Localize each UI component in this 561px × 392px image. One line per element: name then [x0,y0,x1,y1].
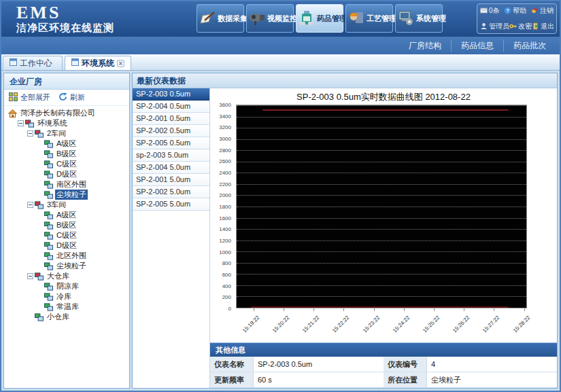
tree-panel: 企业厂房 全部展开 刷新 菏泽步长制药有限公司环境系统2车间A级区B级区C级区D… [3,73,130,389]
tree-item-label[interactable]: C级区 [55,230,78,240]
tree-item-label[interactable]: D级区 [55,169,78,179]
user-panel-messages[interactable]: 0条 [480,6,500,16]
expand-all-button[interactable]: 全部展开 [9,92,50,103]
instrument-list-item[interactable]: SP-2-005 5.0um [133,198,209,211]
nav-button-drug-management[interactable]: 药品管理 [296,4,343,33]
user-panel-change-password[interactable]: 改密 [509,22,532,31]
x-tick [434,308,435,311]
subnav-factory-structure[interactable]: 厂房结构 [399,39,451,52]
x-tick [313,308,314,311]
area-icon [44,283,53,291]
tree-item-label[interactable]: 3车间 [46,200,67,210]
medicine-bottle-icon [298,10,316,27]
user-panel-label: 退出 [541,22,554,31]
user-panel-row2: 管理员改密退出 [480,22,554,31]
nav-button-system-management[interactable]: 系统管理 [395,4,443,33]
tree-item-11[interactable]: B级区 [5,220,128,230]
tree-item-5[interactable]: C级区 [5,159,128,169]
tree-item-19[interactable]: 常温库 [5,302,128,312]
tree-item-10[interactable]: A级区 [5,210,128,220]
nav-button-video-monitor[interactable]: 视频监控 [246,4,294,33]
user-panel-exit[interactable]: 退出 [532,22,554,31]
y-tick-label: 0 [228,306,231,312]
nav-button-label: 数据采集 [218,14,248,24]
info-label: 更新频率 [210,372,254,388]
instrument-list-item[interactable]: SP-2-002 0.5um [133,125,209,137]
tree-item-label[interactable]: A级区 [55,139,78,149]
user-panel-logoff[interactable]: 注销 [531,6,554,16]
y-tick-label: 3600 [219,102,231,108]
instrument-list-item[interactable]: SP-2-001 0.5um [133,113,209,125]
instrument-list-item[interactable]: SP-2-003 0.5um [133,88,209,101]
instrument-list-item[interactable]: SP-2-005 0.5um [133,137,209,149]
tree-item-8[interactable]: 尘埃粒子 [5,190,128,200]
tree-item-17[interactable]: 阴凉库 [5,281,128,291]
area-icon [44,171,53,179]
nav-button-process-management[interactable]: 工艺管理 [345,4,393,33]
x-tick [343,308,344,311]
tree-item-18[interactable]: 冷库 [5,291,128,302]
mail-icon [480,7,488,16]
tree-item-label[interactable]: 大仓库 [46,271,71,281]
refresh-button[interactable]: 刷新 [58,92,85,103]
tab-environment-system[interactable]: 环境系统× [65,56,131,70]
collapse-toggle-icon[interactable] [27,202,33,208]
tree-item-label[interactable]: D级区 [55,240,78,251]
user-panel-current-user[interactable]: 管理员 [480,22,509,31]
tree-item-14[interactable]: 北区外围 [5,251,128,261]
tree-item-label[interactable]: 阴凉库 [55,281,80,291]
tab-work-center[interactable]: 工作中心 [3,56,63,70]
tree-item-label[interactable]: 小仓库 [46,312,71,322]
tree-item-12[interactable]: C级区 [5,230,128,240]
tab-close-icon[interactable]: × [117,60,124,67]
subnav-drug-info[interactable]: 药品信息 [451,39,503,52]
scroll-pen-icon [199,10,216,27]
tree-item-label[interactable]: B级区 [55,220,78,230]
instrument-list-item[interactable]: SP-2-002 5.0um [133,186,209,198]
subnav-drug-batch[interactable]: 药品批次 [503,39,556,52]
chart-gridline [237,105,526,106]
tree-item-7[interactable]: 南区外围 [5,179,128,190]
tree-item-label[interactable]: 尘埃粒子 [55,261,88,271]
tree-item-label[interactable]: C级区 [55,159,78,169]
tree-item-label[interactable]: 环境系统 [36,118,69,128]
tree-item-9[interactable]: 3车间 [5,200,128,210]
tree-item-6[interactable]: D级区 [5,169,128,179]
tree-item-3[interactable]: A级区 [5,139,128,149]
user-panel-help[interactable]: ?帮助 [504,6,526,16]
collapse-toggle-icon[interactable] [27,273,33,279]
tree-item-label[interactable]: 南区外围 [55,179,88,190]
tree-item-15[interactable]: 尘埃粒子 [5,261,128,271]
tree-item-0[interactable]: 菏泽步长制药有限公司 [5,108,128,118]
instrument-list-item[interactable]: SP-2-001 5.0um [133,174,209,186]
y-tick-label: 3000 [219,136,231,142]
tree-item-label[interactable]: B级区 [55,149,78,159]
tree-item-label[interactable]: 常温库 [55,302,80,312]
collapse-toggle-icon[interactable] [27,130,33,137]
tree-item-20[interactable]: 小仓库 [5,312,128,322]
instrument-list-item[interactable]: SP-2-004 0.5um [133,101,209,113]
instrument-list-item[interactable]: sp-2-003 5.0um [133,149,209,162]
y-tick-label: 2400 [219,170,231,176]
nav-button-data-collection[interactable]: 数据采集 [197,4,244,33]
instrument-list-item[interactable]: SP-2-004 5.0um [133,162,209,174]
tree-item-label[interactable]: A级区 [55,210,78,220]
tree-item-label[interactable]: 冷库 [55,291,73,302]
chart-gridline [237,207,526,207]
tree-item-label[interactable]: 北区外围 [55,251,88,261]
tree-item-13[interactable]: D级区 [5,240,128,251]
tree-item-label[interactable]: 尘埃粒子 [55,190,88,200]
tree-item-1[interactable]: 环境系统 [5,118,128,128]
tree-item-label[interactable]: 菏泽步长制药有限公司 [19,108,97,118]
area-icon [44,150,53,158]
tree-item-16[interactable]: 大仓库 [5,271,128,281]
tree-item-label[interactable]: 2车间 [46,128,67,139]
info-value: 4 [427,357,557,372]
info-value: 尘埃粒子 [427,372,557,388]
info-panel: 其他信息 仪表名称SP-2-003 0.5um仪表编号4更新频率60 s所在位置… [210,342,557,388]
tree-item-4[interactable]: B级区 [5,149,128,159]
x-tick-label: 15:22:22 [324,315,351,341]
tree-item-2[interactable]: 2车间 [5,128,128,139]
info-panel-title: 其他信息 [210,343,557,357]
collapse-toggle-icon[interactable] [18,120,24,126]
